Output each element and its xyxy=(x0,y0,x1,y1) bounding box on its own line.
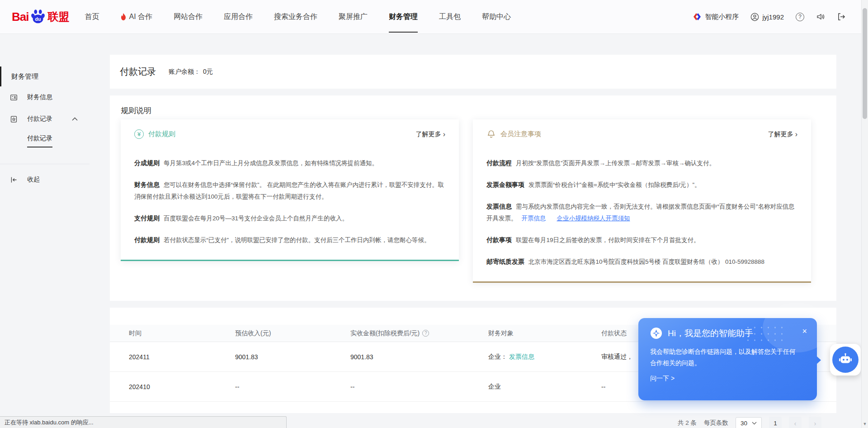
sound-icon[interactable] xyxy=(816,12,825,21)
assistant-popup: Hi，我是您的智能助手 × 我会帮助您诊断合作链路问题，以及解答您关于任何合作相… xyxy=(638,318,817,400)
sidebar: 财务管理 财务信息 付款记录 付款记录 收起 xyxy=(0,34,90,189)
browser-status-bubble: 正在等待 xlab.baidu.com 的响应... xyxy=(0,416,287,428)
baidu-union-logo[interactable]: Bai du 联盟 xyxy=(12,8,69,25)
logout-icon[interactable] xyxy=(837,12,846,21)
cell-actual: -- xyxy=(350,383,488,390)
card-title: 会员注意事项 xyxy=(500,130,541,138)
close-icon[interactable]: × xyxy=(802,327,807,335)
rule-item: 付款规则若付款状态显示“已支付”，说明联盟已安排了您的付款。支付后三个工作日内到… xyxy=(134,234,445,246)
rules-section-title: 规则说明 xyxy=(121,105,836,116)
smart-program-icon xyxy=(693,12,702,21)
cell-finance-target: 企业 xyxy=(488,383,601,391)
yen-circle-icon: ¥ xyxy=(134,129,144,139)
ask-button[interactable]: 问一下 > xyxy=(650,375,675,383)
balance-value: 0元 xyxy=(203,68,213,75)
next-page-button[interactable]: › xyxy=(809,417,821,428)
scrollbar-down-arrow[interactable]: ▼ xyxy=(862,422,868,426)
payment-rules-card: ¥ 付款规则 了解更多 › 分成规则每月第3或4个工作日产出上月分成信息及发票信… xyxy=(121,119,459,261)
page-size-select[interactable]: 30 xyxy=(736,417,762,428)
chevron-right-icon: › xyxy=(795,130,797,138)
prev-page-button[interactable]: ‹ xyxy=(789,417,802,428)
rule-item: 财务信息您可以在财务信息中选择“保留付款”。 在此期间您产生的收入将在账户内进行… xyxy=(134,179,445,203)
help-icon[interactable]: ? xyxy=(796,13,804,21)
rule-item: 付款事项联盟在每月19日之后签收的发票，付款时间安排在下个月首批支付。 xyxy=(486,234,797,246)
cell-time: 202411 xyxy=(129,353,235,361)
navbar-right: 智能小程序 jyj1992 ? xyxy=(693,12,846,21)
rules-panel: 规则说明 ¥ 付款规则 了解更多 › 分成规则每月第3或4个工作日产出上月分成信… xyxy=(110,95,836,301)
rule-item: 邮寄纸质发票北京市海淀区西北旺东路10号院百度科技园5号楼 百度联盟财务组（收）… xyxy=(486,256,797,268)
nav-item-search-biz[interactable]: 搜索业务合作 xyxy=(274,0,317,34)
cell-estimated: -- xyxy=(235,383,350,390)
rules-cards: ¥ 付款规则 了解更多 › 分成规则每月第3或4个工作日产出上月分成信息及发票信… xyxy=(121,119,836,283)
nav-item-finance[interactable]: 财务管理 xyxy=(389,0,418,34)
page-title: 付款记录 xyxy=(120,66,156,78)
balance-label: 账户余额： xyxy=(169,68,200,75)
chevron-right-icon: › xyxy=(443,130,445,138)
rule-item: 发票信息需与系统内发票信息内容完全一致，否则无法支付。请根据发票信息页面中“百度… xyxy=(486,200,797,224)
sidebar-section-title: 财务管理 xyxy=(0,67,90,86)
total-count: 共 2 条 xyxy=(678,419,697,427)
flame-icon xyxy=(120,13,127,20)
logo-text-union: 联盟 xyxy=(47,10,69,24)
robot-icon xyxy=(832,347,859,373)
chevron-up-icon[interactable] xyxy=(72,117,78,121)
badge-star-icon xyxy=(10,115,18,123)
nav-item-app[interactable]: 应用合作 xyxy=(224,0,253,34)
assistant-title: Hi，我是您的智能助手 xyxy=(668,328,753,339)
sidebar-item-payment-records[interactable]: 付款记录 xyxy=(0,108,90,130)
assistant-fab[interactable] xyxy=(830,344,861,376)
nav-item-home[interactable]: 首页 xyxy=(85,0,99,34)
page-number-button[interactable]: 1 xyxy=(769,417,782,428)
col-estimated: 预估收入(元) xyxy=(235,329,350,338)
column-help-icon[interactable]: ? xyxy=(422,330,429,337)
vertical-scrollbar[interactable]: ▼ xyxy=(861,0,868,428)
status-text: 正在等待 xlab.baidu.com 的响应... xyxy=(5,418,94,427)
small-taxpayer-notice-link[interactable]: 企业小规模纳税人开票须知 xyxy=(557,215,630,222)
sidebar-subitem-payment-records[interactable]: 付款记录 xyxy=(0,130,90,152)
rule-item: 付款流程月初按“发票信息”页面开具发票→上传发票→邮寄发票→审核→确认支付。 xyxy=(486,157,797,169)
learn-more-link[interactable]: 了解更多 › xyxy=(768,130,797,138)
scrollbar-thumb[interactable] xyxy=(863,8,867,119)
cell-actual: 9001.83 xyxy=(350,353,488,361)
col-time: 时间 xyxy=(129,329,235,338)
card-title: 付款规则 xyxy=(148,130,175,138)
primary-nav: 首页 AI 合作 网站合作 应用合作 搜索业务合作 聚屏推广 财务管理 工具包 … xyxy=(85,0,511,34)
page-header-panel: 付款记录 账户余额：0元 xyxy=(110,55,836,89)
cell-time: 202410 xyxy=(129,383,235,390)
id-card-icon xyxy=(10,94,18,101)
rule-item: 支付规则百度联盟会在每月20号—31号支付企业会员上个自然月产生的收入。 xyxy=(134,212,445,224)
smart-program-entry[interactable]: 智能小程序 xyxy=(693,12,739,21)
invoice-info-link[interactable]: 开票信息 xyxy=(522,215,546,222)
collapse-icon xyxy=(10,176,18,184)
user-icon xyxy=(750,13,759,21)
nav-item-help-center[interactable]: 帮助中心 xyxy=(482,0,511,34)
compass-icon xyxy=(650,327,662,339)
username: jyj1992 xyxy=(762,13,784,21)
baidu-paw-icon: du xyxy=(29,8,47,25)
assistant-message: 我会帮助您诊断合作链路问题，以及解答您关于任何合作相关的问题。 xyxy=(650,346,799,369)
col-finance-target: 财务对象 xyxy=(488,329,601,338)
account-balance: 账户余额：0元 xyxy=(169,68,213,76)
nav-item-website[interactable]: 网站合作 xyxy=(174,0,203,34)
top-navbar: Bai du 联盟 首页 AI 合作 网站合作 应用合作 搜索业务合作 聚屏推广… xyxy=(0,0,861,34)
rule-item: 分成规则每月第3或4个工作日产出上月分成信息及发票信息，如有特殊情况将提前通知。 xyxy=(134,157,445,169)
logo-text-bai: Bai xyxy=(12,10,28,24)
col-actual: 实收金额(扣除税费后/元) ? xyxy=(350,329,488,338)
user-account[interactable]: jyj1992 xyxy=(750,13,784,21)
cell-finance-target: 企业： 发票信息 xyxy=(488,353,601,361)
rule-item: 发票金额事项发票票面“价税合计”金额=系统中“实收金额（扣除税费后/元）”。 xyxy=(486,179,797,191)
nav-item-ai[interactable]: AI 合作 xyxy=(120,0,152,34)
sidebar-item-finance-info[interactable]: 财务信息 xyxy=(0,86,90,108)
member-notes-card: 会员注意事项 了解更多 › 付款流程月初按“发票信息”页面开具发票→上传发票→邮… xyxy=(473,119,811,283)
learn-more-link[interactable]: 了解更多 › xyxy=(416,130,445,138)
nav-item-screen-ads[interactable]: 聚屏推广 xyxy=(339,0,368,34)
invoice-info-table-link[interactable]: 发票信息 xyxy=(509,353,534,360)
svg-text:du: du xyxy=(35,17,41,22)
nav-item-toolkit[interactable]: 工具包 xyxy=(439,0,461,34)
page-size-label: 每页条数 xyxy=(704,419,728,427)
chevron-down-icon xyxy=(752,422,757,425)
sidebar-collapse-button[interactable]: 收起 xyxy=(0,164,90,189)
bell-icon xyxy=(486,129,496,139)
cell-estimated: 9001.83 xyxy=(235,353,350,361)
